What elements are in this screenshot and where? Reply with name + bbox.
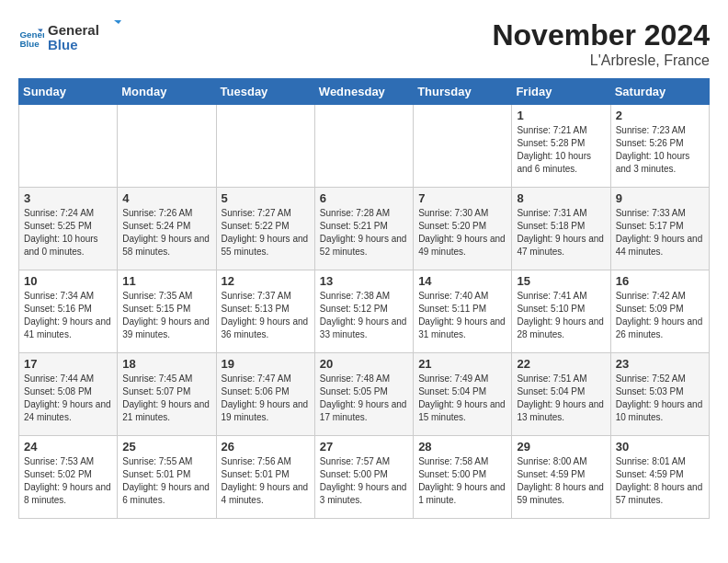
calendar-day-cell — [216, 105, 314, 188]
weekday-header-cell: Wednesday — [314, 79, 413, 105]
day-number: 3 — [24, 191, 112, 205]
day-number: 23 — [616, 357, 704, 371]
day-number: 17 — [24, 357, 112, 371]
day-info: Sunrise: 7:30 AMSunset: 5:20 PMDaylight:… — [418, 207, 506, 259]
day-info: Sunrise: 8:00 AMSunset: 4:59 PMDaylight:… — [517, 455, 605, 507]
day-info: Sunrise: 7:23 AMSunset: 5:26 PMDaylight:… — [616, 124, 704, 176]
calendar-day-cell — [118, 105, 216, 188]
calendar-day-cell — [19, 105, 118, 188]
day-info: Sunrise: 7:51 AMSunset: 5:04 PMDaylight:… — [517, 373, 605, 424]
calendar-day-cell: 28Sunrise: 7:58 AMSunset: 5:00 PMDayligh… — [414, 436, 512, 519]
day-number: 4 — [122, 191, 210, 205]
calendar-day-cell: 5Sunrise: 7:27 AMSunset: 5:22 PMDaylight… — [216, 188, 314, 270]
calendar-day-cell: 2Sunrise: 7:23 AMSunset: 5:26 PMDaylight… — [610, 105, 709, 188]
svg-marker-5 — [114, 20, 123, 28]
day-number: 19 — [222, 357, 310, 371]
day-number: 5 — [222, 191, 310, 205]
weekday-header-cell: Monday — [118, 79, 216, 105]
day-number: 2 — [616, 109, 704, 122]
day-info: Sunrise: 7:38 AMSunset: 5:12 PMDaylight:… — [320, 290, 408, 341]
weekday-header-cell: Saturday — [610, 79, 709, 105]
weekday-header-cell: Sunday — [19, 79, 118, 105]
day-info: Sunrise: 7:45 AMSunset: 5:07 PMDaylight:… — [122, 373, 210, 424]
day-info: Sunrise: 8:01 AMSunset: 4:59 PMDaylight:… — [616, 455, 704, 507]
location-title: L'Arbresle, France — [492, 52, 710, 69]
day-info: Sunrise: 7:55 AMSunset: 5:01 PMDaylight:… — [122, 455, 210, 507]
weekday-header-cell: Tuesday — [216, 79, 314, 105]
logo-svg: General Blue — [48, 18, 131, 55]
weekday-header-cell: Thursday — [414, 79, 512, 105]
calendar-day-cell: 3Sunrise: 7:24 AMSunset: 5:25 PMDaylight… — [19, 188, 118, 270]
svg-text:Blue: Blue — [19, 39, 40, 49]
day-info: Sunrise: 7:28 AMSunset: 5:21 PMDaylight:… — [320, 207, 408, 259]
calendar-day-cell: 24Sunrise: 7:53 AMSunset: 5:02 PMDayligh… — [19, 436, 118, 519]
calendar-day-cell: 11Sunrise: 7:35 AMSunset: 5:15 PMDayligh… — [118, 270, 216, 353]
calendar-day-cell: 29Sunrise: 8:00 AMSunset: 4:59 PMDayligh… — [512, 436, 610, 519]
day-info: Sunrise: 7:58 AMSunset: 5:00 PMDaylight:… — [418, 455, 506, 507]
day-info: Sunrise: 7:41 AMSunset: 5:10 PMDaylight:… — [517, 290, 605, 341]
month-title: November 2024 — [492, 18, 710, 52]
calendar-day-cell: 21Sunrise: 7:49 AMSunset: 5:04 PMDayligh… — [414, 353, 512, 436]
logo-icon: General Blue — [18, 26, 44, 52]
svg-text:Blue: Blue — [48, 37, 78, 52]
calendar-day-cell: 18Sunrise: 7:45 AMSunset: 5:07 PMDayligh… — [118, 353, 216, 436]
day-number: 24 — [24, 440, 112, 454]
day-number: 9 — [616, 191, 704, 205]
calendar-day-cell: 30Sunrise: 8:01 AMSunset: 4:59 PMDayligh… — [610, 436, 709, 519]
calendar-day-cell: 23Sunrise: 7:52 AMSunset: 5:03 PMDayligh… — [610, 353, 709, 436]
calendar-day-cell: 22Sunrise: 7:51 AMSunset: 5:04 PMDayligh… — [512, 353, 610, 436]
day-number: 18 — [122, 357, 210, 371]
calendar-day-cell: 12Sunrise: 7:37 AMSunset: 5:13 PMDayligh… — [216, 270, 314, 353]
calendar-day-cell: 10Sunrise: 7:34 AMSunset: 5:16 PMDayligh… — [19, 270, 118, 353]
day-info: Sunrise: 7:47 AMSunset: 5:06 PMDaylight:… — [222, 373, 310, 424]
calendar-day-cell: 7Sunrise: 7:30 AMSunset: 5:20 PMDaylight… — [414, 188, 512, 270]
day-info: Sunrise: 7:37 AMSunset: 5:13 PMDaylight:… — [222, 290, 310, 341]
calendar-day-cell: 14Sunrise: 7:40 AMSunset: 5:11 PMDayligh… — [414, 270, 512, 353]
calendar-day-cell: 16Sunrise: 7:42 AMSunset: 5:09 PMDayligh… — [610, 270, 709, 353]
calendar-day-cell: 9Sunrise: 7:33 AMSunset: 5:17 PMDaylight… — [610, 188, 709, 270]
calendar-table: SundayMondayTuesdayWednesdayThursdayFrid… — [18, 78, 710, 519]
calendar-week-row: 3Sunrise: 7:24 AMSunset: 5:25 PMDaylight… — [19, 188, 710, 270]
day-info: Sunrise: 7:57 AMSunset: 5:00 PMDaylight:… — [320, 455, 408, 507]
day-info: Sunrise: 7:53 AMSunset: 5:02 PMDaylight:… — [24, 455, 112, 507]
logo: General Blue General Blue — [18, 18, 131, 59]
calendar-day-cell: 27Sunrise: 7:57 AMSunset: 5:00 PMDayligh… — [314, 436, 413, 519]
day-number: 30 — [616, 440, 704, 454]
day-info: Sunrise: 7:34 AMSunset: 5:16 PMDaylight:… — [24, 290, 112, 341]
calendar-day-cell: 1Sunrise: 7:21 AMSunset: 5:28 PMDaylight… — [512, 105, 610, 188]
svg-text:General: General — [48, 22, 99, 38]
day-info: Sunrise: 7:42 AMSunset: 5:09 PMDaylight:… — [616, 290, 704, 341]
calendar-day-cell: 19Sunrise: 7:47 AMSunset: 5:06 PMDayligh… — [216, 353, 314, 436]
day-number: 12 — [222, 274, 310, 288]
calendar-day-cell — [314, 105, 413, 188]
calendar-day-cell: 26Sunrise: 7:56 AMSunset: 5:01 PMDayligh… — [216, 436, 314, 519]
calendar-day-cell: 6Sunrise: 7:28 AMSunset: 5:21 PMDaylight… — [314, 188, 413, 270]
day-number: 22 — [517, 357, 605, 371]
calendar-body: 1Sunrise: 7:21 AMSunset: 5:28 PMDaylight… — [19, 105, 710, 519]
calendar-week-row: 24Sunrise: 7:53 AMSunset: 5:02 PMDayligh… — [19, 436, 710, 519]
calendar-day-cell: 8Sunrise: 7:31 AMSunset: 5:18 PMDaylight… — [512, 188, 610, 270]
calendar-week-row: 1Sunrise: 7:21 AMSunset: 5:28 PMDaylight… — [19, 105, 710, 188]
day-number: 21 — [418, 357, 506, 371]
day-info: Sunrise: 7:44 AMSunset: 5:08 PMDaylight:… — [24, 373, 112, 424]
calendar-day-cell — [414, 105, 512, 188]
day-info: Sunrise: 7:52 AMSunset: 5:03 PMDaylight:… — [616, 373, 704, 424]
calendar-day-cell: 15Sunrise: 7:41 AMSunset: 5:10 PMDayligh… — [512, 270, 610, 353]
calendar-day-cell: 20Sunrise: 7:48 AMSunset: 5:05 PMDayligh… — [314, 353, 413, 436]
day-info: Sunrise: 7:21 AMSunset: 5:28 PMDaylight:… — [517, 124, 605, 176]
day-number: 27 — [320, 440, 408, 454]
day-number: 29 — [517, 440, 605, 454]
day-info: Sunrise: 7:56 AMSunset: 5:01 PMDaylight:… — [222, 455, 310, 507]
day-number: 26 — [222, 440, 310, 454]
calendar-day-cell: 4Sunrise: 7:26 AMSunset: 5:24 PMDaylight… — [118, 188, 216, 270]
day-info: Sunrise: 7:48 AMSunset: 5:05 PMDaylight:… — [320, 373, 408, 424]
weekday-header-cell: Friday — [512, 79, 610, 105]
header: General Blue General Blue November 2024 … — [18, 18, 710, 69]
day-number: 14 — [418, 274, 506, 288]
day-info: Sunrise: 7:49 AMSunset: 5:04 PMDaylight:… — [418, 373, 506, 424]
day-number: 11 — [122, 274, 210, 288]
calendar-day-cell: 13Sunrise: 7:38 AMSunset: 5:12 PMDayligh… — [314, 270, 413, 353]
day-number: 25 — [122, 440, 210, 454]
weekday-header-row: SundayMondayTuesdayWednesdayThursdayFrid… — [19, 79, 710, 105]
day-number: 16 — [616, 274, 704, 288]
